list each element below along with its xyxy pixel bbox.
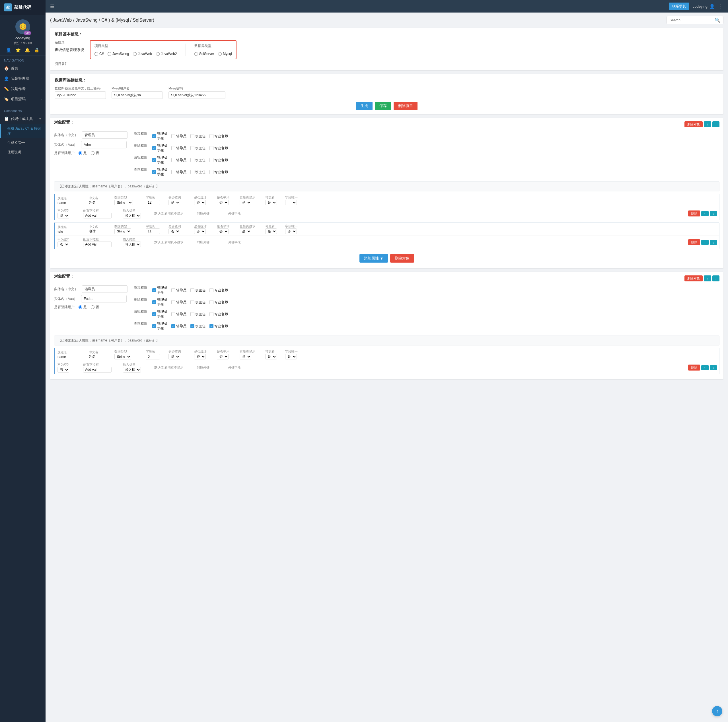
attr-type-select-name2[interactable]: String [115,354,131,359]
type-option-javaweb2[interactable]: JavaWeb2 [156,52,177,56]
sidebar-item-source[interactable]: 🏷️ 项目源码 › [0,94,46,104]
db-option-sqlserver[interactable]: SqlServer [194,52,214,56]
attr-up-btn-name2[interactable]: ↑ [701,365,709,370]
attr-query-select-name1[interactable]: 是否 [168,200,180,205]
attr-stat-select-name1[interactable]: 否是 [194,200,206,205]
user-lock-icon[interactable]: 🔒 [34,48,40,53]
entity-cn-input-2[interactable] [82,285,127,293]
attr-updshow-select-name1[interactable]: 是否 [240,200,251,205]
perm-add-admin-1[interactable]: ✓ 管理员学生 [152,131,167,141]
attr-len-input-name2[interactable] [146,354,160,359]
search-input[interactable] [670,18,713,22]
perm-add-hm-2[interactable]: 班主任 [190,288,205,293]
attr-inputtype-select-name1[interactable]: 输入框下拉框 [123,213,141,218]
type-option-javaswing[interactable]: JavaSwing [107,52,129,56]
sidebar-item-author[interactable]: ✏️ 我是作者 › [0,84,46,94]
perm-query-admin-1[interactable]: ✓ 管理员学生 [152,167,167,177]
perm-del-admin-1[interactable]: ✓ 管理员学生 [152,143,167,153]
attr-updshow-select-tele1[interactable]: 是否 [240,228,251,234]
search-box[interactable]: 🔍 [667,16,723,24]
attr-unique-select-name1[interactable]: 是否 [285,200,297,205]
mysql-user-input[interactable] [112,91,163,99]
perm-query-teacher-1[interactable]: 专业老师 [210,170,228,175]
attr-query-select-tele1[interactable]: 否是 [168,228,180,234]
attr-del-btn-name1[interactable]: 删除 [688,210,700,216]
attr-inputtype-select-name2[interactable]: 输入框 [123,367,141,372]
obj-1-down-btn[interactable]: ↓ [712,121,720,127]
sidebar-logo[interactable]: 敲 敲敲代码 [0,0,46,15]
attr-upd-select-name2[interactable]: 是否 [265,354,277,359]
mysql-pwd-input[interactable] [168,91,225,99]
scroll-top-btn[interactable]: ↑ [712,706,722,716]
attr-down-btn-name1[interactable]: ↓ [710,211,717,216]
attr-stat-select-tele1[interactable]: 否是 [194,228,206,234]
attr-dropdown-input-tele1[interactable] [83,242,112,247]
obj-1-up-btn[interactable]: ↑ [704,121,711,127]
attr-avg-select-name1[interactable]: 否是 [217,200,228,205]
delete-obj-bottom-1-btn[interactable]: 删除对象 [390,254,414,263]
perm-add-hm-1[interactable]: 班主任 [190,134,205,139]
perm-add-tutor-1[interactable]: 辅导员 [171,134,187,139]
attr-dropdown-input-name1[interactable] [83,213,112,218]
attr-avg-select-name2[interactable]: 否是 [217,354,228,359]
perm-del-tutor-1[interactable]: 辅导员 [171,146,187,151]
attr-stat-select-name2[interactable]: 否是 [194,354,206,359]
perm-add-tutor-2[interactable]: 辅导员 [171,288,187,293]
delete-project-btn[interactable]: 删除项目 [394,102,418,110]
sidebar-item-home[interactable]: 🏠 首页 [0,63,46,74]
attr-avg-select-tele1[interactable]: 否是 [217,228,228,234]
attr-unique-select-tele1[interactable]: 否是 [285,228,297,234]
entity-aa-input-1[interactable] [81,141,127,149]
topbar-menu-icon[interactable]: ☰ [50,4,54,9]
type-option-javaweb[interactable]: JavaWeb [133,52,152,56]
add-attr-btn-1[interactable]: 添加属性 ▼ [359,254,388,263]
delete-obj-2-btn[interactable]: 删除对象 [684,275,703,281]
perm-add-teacher-2[interactable]: 专业老师 [210,288,228,293]
user-star-icon[interactable]: ⭐ [15,48,21,53]
delete-obj-1-btn[interactable]: 删除对象 [684,121,703,127]
perm-add-admin-2[interactable]: ✓ 管理员学生 [152,285,167,295]
attr-type-select-tele1[interactable]: String [115,228,131,234]
attr-del-btn-tele1[interactable]: 删除 [688,239,700,245]
attr-len-input-name1[interactable] [146,200,160,205]
attr-type-select-name1[interactable]: StringIntegerDoubleDate [115,200,133,205]
attr-notnull-select-name2[interactable]: 否是 [58,367,69,372]
sidebar-item-cpp[interactable]: 生成 C/C++ [0,138,46,147]
sidebar-item-admin[interactable]: 👤 我是管理员 › [0,74,46,84]
type-option-cs[interactable]: C# [95,52,104,56]
perm-query-tutor-1[interactable]: 辅导员 [171,170,187,175]
topbar-dots-icon[interactable]: ⋮ [718,3,723,9]
contact-btn[interactable]: 联系学长 [669,3,689,10]
attr-notnull-select-name1[interactable]: 是否 [58,213,69,218]
attr-unique-select-name2[interactable]: 是否 [285,354,297,359]
save-btn[interactable]: 保存 [375,102,392,110]
attr-upd-select-name1[interactable]: 是否 [265,200,277,205]
perm-del-hm-1[interactable]: 班主任 [190,146,205,151]
sidebar-item-codegen[interactable]: 📋 代码生成工具 ▼ [0,113,46,124]
db-name-input[interactable] [55,91,106,99]
sidebar-item-guide[interactable]: 使用说明 [0,147,46,157]
attr-query-select-name2[interactable]: 是否 [168,354,180,359]
attr-notnull-select-tele1[interactable]: 否是 [58,242,69,247]
attr-del-btn-name2[interactable]: 删除 [688,365,700,371]
attr-down-btn-tele1[interactable]: ↓ [710,240,717,245]
attr-updshow-select-name2[interactable]: 是否 [240,354,251,359]
perm-edit-tutor-1[interactable]: 辅导员 [171,158,187,162]
is-login-no-2[interactable]: 否 [91,305,99,310]
perm-edit-admin-1[interactable]: ✓ 管理员学生 [152,155,167,165]
sidebar-item-java-cs[interactable]: 生成 Java / C# & 数据库 [0,124,46,138]
entity-aa-input-2[interactable] [81,295,127,302]
attr-inputtype-select-tele1[interactable]: 输入框 [123,242,141,247]
obj-2-down-btn[interactable]: ↓ [712,275,720,281]
attr-upd-select-tele1[interactable]: 是否 [265,228,277,234]
user-profile-icon[interactable]: 👤 [6,48,11,53]
attr-dropdown-input-name2[interactable] [83,367,112,372]
perm-add-teacher-1[interactable]: 专业老师 [210,134,228,139]
perm-edit-teacher-1[interactable]: 专业老师 [210,158,228,162]
attr-up-btn-tele1[interactable]: ↑ [701,240,709,245]
db-option-mysql[interactable]: Mysql [218,52,232,56]
perm-edit-hm-1[interactable]: 班主任 [190,158,205,162]
perm-del-teacher-1[interactable]: 专业老师 [210,146,228,151]
attr-up-btn-name1[interactable]: ↑ [701,211,709,216]
attr-down-btn-name2[interactable]: ↓ [710,365,717,370]
